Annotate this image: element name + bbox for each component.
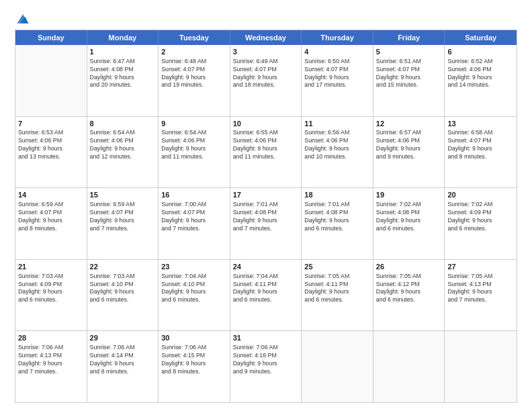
cal-cell: 8Sunrise: 6:54 AM Sunset: 4:06 PM Daylig…: [87, 117, 159, 188]
cal-cell: 11Sunrise: 6:56 AM Sunset: 4:06 PM Dayli…: [302, 117, 373, 188]
cal-cell: 29Sunrise: 7:06 AM Sunset: 4:14 PM Dayli…: [87, 331, 159, 402]
calendar: Sunday Monday Tuesday Wednesday Thursday…: [15, 30, 517, 403]
page: Sunday Monday Tuesday Wednesday Thursday…: [0, 0, 532, 411]
day-number: 18: [304, 190, 370, 200]
day-number: 30: [161, 333, 227, 343]
cell-info: Sunrise: 6:50 AM Sunset: 4:07 PM Dayligh…: [304, 58, 370, 90]
header-friday: Friday: [373, 30, 445, 45]
cell-info: Sunrise: 7:06 AM Sunset: 4:15 PM Dayligh…: [161, 344, 227, 376]
day-number: 13: [447, 119, 514, 129]
day-number: 3: [233, 47, 299, 57]
cal-cell: 12Sunrise: 6:57 AM Sunset: 4:06 PM Dayli…: [373, 117, 445, 188]
cal-cell: [445, 331, 517, 402]
logo-icon: [16, 12, 30, 26]
cell-info: Sunrise: 6:49 AM Sunset: 4:07 PM Dayligh…: [233, 58, 299, 90]
cell-info: Sunrise: 7:01 AM Sunset: 4:08 PM Dayligh…: [233, 201, 299, 233]
cell-info: Sunrise: 7:03 AM Sunset: 4:09 PM Dayligh…: [18, 273, 84, 305]
day-number: 26: [376, 262, 442, 272]
cell-info: Sunrise: 7:06 AM Sunset: 4:16 PM Dayligh…: [233, 344, 299, 376]
cell-info: Sunrise: 6:56 AM Sunset: 4:06 PM Dayligh…: [304, 129, 370, 161]
day-number: 16: [161, 190, 227, 200]
day-number: 15: [90, 190, 156, 200]
header-saturday: Saturday: [445, 30, 517, 45]
cell-info: Sunrise: 7:06 AM Sunset: 4:13 PM Dayligh…: [18, 344, 84, 376]
cal-row: 21Sunrise: 7:03 AM Sunset: 4:09 PM Dayli…: [15, 259, 517, 331]
cell-info: Sunrise: 7:05 AM Sunset: 4:11 PM Dayligh…: [304, 273, 370, 305]
cell-info: Sunrise: 7:06 AM Sunset: 4:14 PM Dayligh…: [90, 344, 156, 376]
header-sunday: Sunday: [15, 30, 87, 45]
cal-cell: 4Sunrise: 6:50 AM Sunset: 4:07 PM Daylig…: [302, 45, 373, 116]
day-number: 4: [304, 47, 370, 57]
cell-info: Sunrise: 6:53 AM Sunset: 4:06 PM Dayligh…: [18, 129, 84, 161]
cal-cell: 15Sunrise: 6:59 AM Sunset: 4:07 PM Dayli…: [87, 188, 159, 259]
cal-cell: 28Sunrise: 7:06 AM Sunset: 4:13 PM Dayli…: [15, 331, 87, 402]
cell-info: Sunrise: 7:05 AM Sunset: 4:13 PM Dayligh…: [447, 273, 514, 305]
cell-info: Sunrise: 7:03 AM Sunset: 4:10 PM Dayligh…: [90, 273, 156, 305]
cal-row: 1Sunrise: 6:47 AM Sunset: 4:08 PM Daylig…: [15, 45, 517, 116]
cal-cell: 22Sunrise: 7:03 AM Sunset: 4:10 PM Dayli…: [87, 260, 159, 331]
cal-cell: 17Sunrise: 7:01 AM Sunset: 4:08 PM Dayli…: [230, 188, 302, 259]
cell-info: Sunrise: 6:48 AM Sunset: 4:07 PM Dayligh…: [161, 58, 227, 90]
cal-cell: 24Sunrise: 7:04 AM Sunset: 4:11 PM Dayli…: [230, 260, 302, 331]
calendar-body: 1Sunrise: 6:47 AM Sunset: 4:08 PM Daylig…: [15, 45, 517, 402]
day-number: 9: [161, 119, 227, 129]
day-number: 29: [90, 333, 156, 343]
cell-info: Sunrise: 7:02 AM Sunset: 4:08 PM Dayligh…: [376, 201, 442, 233]
day-number: 17: [233, 190, 299, 200]
day-number: 11: [304, 119, 370, 129]
day-number: 1: [90, 47, 156, 57]
cal-row: 14Sunrise: 6:59 AM Sunset: 4:07 PM Dayli…: [15, 187, 517, 259]
cal-cell: 5Sunrise: 6:51 AM Sunset: 4:07 PM Daylig…: [373, 45, 445, 116]
cal-cell: 30Sunrise: 7:06 AM Sunset: 4:15 PM Dayli…: [159, 331, 230, 402]
cal-cell: 31Sunrise: 7:06 AM Sunset: 4:16 PM Dayli…: [230, 331, 302, 402]
cell-info: Sunrise: 6:55 AM Sunset: 4:06 PM Dayligh…: [233, 129, 299, 161]
cal-cell: [302, 331, 373, 402]
cell-info: Sunrise: 7:04 AM Sunset: 4:10 PM Dayligh…: [161, 273, 227, 305]
cal-cell: 25Sunrise: 7:05 AM Sunset: 4:11 PM Dayli…: [302, 260, 373, 331]
cal-cell: 26Sunrise: 7:05 AM Sunset: 4:12 PM Dayli…: [373, 260, 445, 331]
day-number: 24: [233, 262, 299, 272]
day-number: 8: [90, 119, 156, 129]
day-number: 7: [18, 119, 84, 129]
cal-cell: 14Sunrise: 6:59 AM Sunset: 4:07 PM Dayli…: [15, 188, 87, 259]
day-number: 6: [447, 47, 514, 57]
day-number: 21: [18, 262, 84, 272]
header: [15, 12, 517, 24]
cal-cell: 7Sunrise: 6:53 AM Sunset: 4:06 PM Daylig…: [15, 117, 87, 188]
cal-cell: 16Sunrise: 7:00 AM Sunset: 4:07 PM Dayli…: [159, 188, 230, 259]
day-number: 20: [447, 190, 514, 200]
day-number: 28: [18, 333, 84, 343]
cell-info: Sunrise: 6:54 AM Sunset: 4:06 PM Dayligh…: [161, 129, 227, 161]
cal-cell: 19Sunrise: 7:02 AM Sunset: 4:08 PM Dayli…: [373, 188, 445, 259]
cal-cell: [373, 331, 445, 402]
day-number: 14: [18, 190, 84, 200]
cal-cell: 21Sunrise: 7:03 AM Sunset: 4:09 PM Dayli…: [15, 260, 87, 331]
cal-cell: 1Sunrise: 6:47 AM Sunset: 4:08 PM Daylig…: [87, 45, 159, 116]
header-thursday: Thursday: [302, 30, 373, 45]
day-number: 22: [90, 262, 156, 272]
calendar-header: Sunday Monday Tuesday Wednesday Thursday…: [15, 30, 517, 45]
cal-row: 7Sunrise: 6:53 AM Sunset: 4:06 PM Daylig…: [15, 116, 517, 188]
cal-cell: 3Sunrise: 6:49 AM Sunset: 4:07 PM Daylig…: [230, 45, 302, 116]
cell-info: Sunrise: 7:04 AM Sunset: 4:11 PM Dayligh…: [233, 273, 299, 305]
day-number: 10: [233, 119, 299, 129]
cell-info: Sunrise: 6:51 AM Sunset: 4:07 PM Dayligh…: [376, 58, 442, 90]
cell-info: Sunrise: 6:52 AM Sunset: 4:06 PM Dayligh…: [447, 58, 514, 90]
header-wednesday: Wednesday: [230, 30, 302, 45]
day-number: 2: [161, 47, 227, 57]
cell-info: Sunrise: 6:59 AM Sunset: 4:07 PM Dayligh…: [18, 201, 84, 233]
header-tuesday: Tuesday: [159, 30, 230, 45]
cal-cell: 20Sunrise: 7:02 AM Sunset: 4:09 PM Dayli…: [445, 188, 517, 259]
cell-info: Sunrise: 7:05 AM Sunset: 4:12 PM Dayligh…: [376, 273, 442, 305]
cell-info: Sunrise: 7:00 AM Sunset: 4:07 PM Dayligh…: [161, 201, 227, 233]
cal-cell: [15, 45, 87, 116]
day-number: 12: [376, 119, 442, 129]
cell-info: Sunrise: 6:57 AM Sunset: 4:06 PM Dayligh…: [376, 129, 442, 161]
day-number: 23: [161, 262, 227, 272]
cal-row: 28Sunrise: 7:06 AM Sunset: 4:13 PM Dayli…: [15, 330, 517, 402]
cal-cell: 6Sunrise: 6:52 AM Sunset: 4:06 PM Daylig…: [445, 45, 517, 116]
cal-cell: 23Sunrise: 7:04 AM Sunset: 4:10 PM Dayli…: [159, 260, 230, 331]
day-number: 25: [304, 262, 370, 272]
cell-info: Sunrise: 6:59 AM Sunset: 4:07 PM Dayligh…: [90, 201, 156, 233]
cell-info: Sunrise: 6:47 AM Sunset: 4:08 PM Dayligh…: [90, 58, 156, 90]
